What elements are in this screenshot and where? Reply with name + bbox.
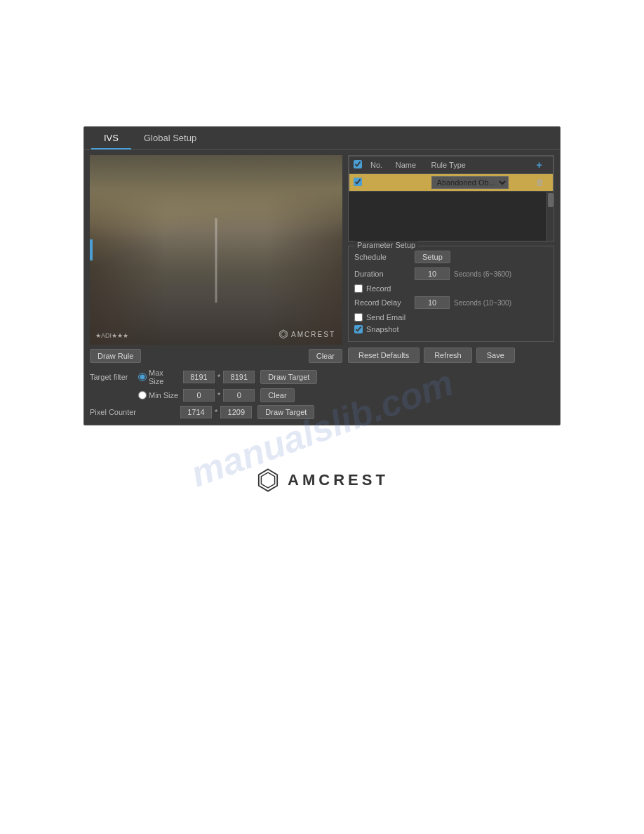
duration-label: Duration: [354, 270, 410, 278]
clear-button-filter[interactable]: Clear: [260, 388, 294, 402]
reset-defaults-button[interactable]: Reset Defaults: [348, 348, 420, 363]
max-size-h-input[interactable]: [223, 371, 255, 383]
footer: AMCREST: [255, 468, 389, 493]
content-area: ★ADI★★★ AMCREST Draw Rule Clear: [84, 150, 560, 425]
setup-button[interactable]: Setup: [415, 251, 450, 263]
scrollbar-thumb: [548, 193, 554, 207]
footer-logo: AMCREST: [255, 468, 389, 493]
rules-table: No. Name Rule Type +: [349, 156, 554, 192]
rule-type-select[interactable]: Abandoned Ob... Intrusion Tripwire Fast …: [431, 176, 509, 189]
col-rule-type: Rule Type: [427, 157, 532, 174]
row-name: [391, 174, 427, 192]
row-delete-cell: 🗑: [532, 174, 553, 192]
record-checkbox[interactable]: [354, 284, 363, 293]
min-size-label-text: Min Size: [149, 391, 178, 399]
table-empty-area: [349, 192, 554, 241]
duration-note: Seconds (6~3600): [454, 270, 511, 278]
table-row: Abandoned Ob... Intrusion Tripwire Fast …: [349, 174, 554, 192]
max-size-row: Target filter Max Size * Draw Target: [90, 369, 342, 385]
col-no: No.: [366, 157, 391, 174]
camera-id: ★ADI★★★: [95, 332, 128, 339]
row-checkbox[interactable]: [354, 178, 362, 186]
record-label: Record: [366, 284, 391, 293]
schedule-row: Schedule Setup: [354, 251, 548, 263]
amcrest-small-icon: [279, 329, 288, 339]
min-size-radio[interactable]: [138, 391, 147, 399]
main-panel: IVS Global Setup ★ADI★★★: [83, 126, 561, 425]
row-rule-type-cell: Abandoned Ob... Intrusion Tripwire Fast …: [427, 174, 532, 192]
right-panel: No. Name Rule Type +: [348, 155, 554, 419]
max-size-radio-label[interactable]: Max Size: [138, 369, 180, 385]
max-size-label-text: Max Size: [149, 369, 180, 385]
page-wrapper: manualslib.com IVS Global Setup ★ADI★★★: [0, 0, 644, 834]
snapshot-row: Snapshot: [354, 325, 548, 333]
pixel-counter-w-input[interactable]: [180, 406, 212, 418]
tab-global-setup[interactable]: Global Setup: [131, 127, 209, 149]
refresh-button[interactable]: Refresh: [424, 348, 472, 363]
svg-marker-1: [281, 331, 286, 336]
send-email-checkbox[interactable]: [354, 313, 363, 322]
row-checkbox-cell: [349, 174, 367, 192]
param-setup-title: Parameter Setup: [354, 241, 418, 249]
pixel-counter-h-input[interactable]: [220, 406, 252, 418]
pixel-counter-label: Pixel Counter: [90, 408, 177, 416]
video-logo-overlay: AMCREST: [279, 329, 335, 339]
svg-marker-3: [262, 472, 275, 488]
send-email-row: Send Email: [354, 313, 548, 322]
draw-target-button-pixel[interactable]: Draw Target: [257, 405, 314, 419]
table-scrollbar[interactable]: [546, 192, 554, 241]
video-scene: [90, 155, 342, 345]
min-size-h-input[interactable]: [223, 389, 255, 402]
pixel-counter-row: Pixel Counter * Draw Target: [90, 405, 342, 419]
parameter-setup: Parameter Setup Schedule Setup Duration …: [348, 246, 554, 342]
rules-table-header: No. Name Rule Type +: [349, 157, 554, 174]
record-delay-note: Seconds (10~300): [454, 299, 511, 307]
min-size-row: Min Size * Clear: [90, 388, 342, 402]
video-feed: ★ADI★★★ AMCREST: [90, 155, 342, 345]
record-delay-label: Record Delay: [354, 298, 410, 307]
draw-rule-button[interactable]: Draw Rule: [90, 349, 141, 363]
max-size-radio[interactable]: [138, 373, 147, 381]
delete-rule-button[interactable]: 🗑: [536, 178, 544, 187]
col-name: Name: [391, 157, 427, 174]
record-delay-row: Record Delay Seconds (10~300): [354, 296, 548, 309]
draw-target-button-max[interactable]: Draw Target: [260, 370, 317, 384]
blue-indicator: [90, 239, 93, 260]
duration-row: Duration Seconds (6~3600): [354, 267, 548, 280]
min-size-w-input[interactable]: [183, 389, 215, 402]
record-row: Record: [354, 284, 548, 293]
schedule-label: Schedule: [354, 253, 410, 261]
send-email-label: Send Email: [366, 313, 405, 322]
min-size-radio-label[interactable]: Min Size: [138, 391, 180, 399]
add-rule-button[interactable]: +: [536, 159, 542, 171]
target-filter: Target filter Max Size * Draw Target: [90, 369, 342, 402]
amcrest-footer-icon: [255, 468, 281, 493]
video-controls-row: Draw Rule Clear: [90, 349, 342, 363]
row-no: [366, 174, 391, 192]
clear-button-top[interactable]: Clear: [309, 349, 342, 363]
duration-input[interactable]: [415, 267, 450, 280]
save-button[interactable]: Save: [476, 348, 515, 363]
video-logo-text: AMCREST: [291, 331, 335, 338]
record-delay-input[interactable]: [415, 296, 450, 309]
pixel-counter-multiplier: *: [215, 408, 217, 416]
road-line: [215, 218, 217, 303]
video-panel: ★ADI★★★ AMCREST Draw Rule Clear: [90, 155, 342, 419]
tab-ivs[interactable]: IVS: [91, 127, 131, 149]
min-size-multiplier: *: [217, 391, 220, 399]
col-actions: +: [532, 157, 553, 174]
snapshot-checkbox[interactable]: [354, 325, 363, 333]
col-checkbox: [349, 157, 367, 174]
footer-brand-text: AMCREST: [288, 471, 389, 489]
snapshot-label: Snapshot: [366, 325, 398, 333]
max-size-w-input[interactable]: [183, 371, 215, 383]
target-filter-label: Target filter: [90, 373, 135, 381]
rules-table-container: No. Name Rule Type +: [348, 155, 554, 241]
rules-select-all[interactable]: [354, 160, 362, 168]
bottom-buttons: Reset Defaults Refresh Save: [348, 348, 554, 363]
max-size-multiplier: *: [217, 373, 220, 381]
tab-bar: IVS Global Setup: [84, 127, 560, 150]
